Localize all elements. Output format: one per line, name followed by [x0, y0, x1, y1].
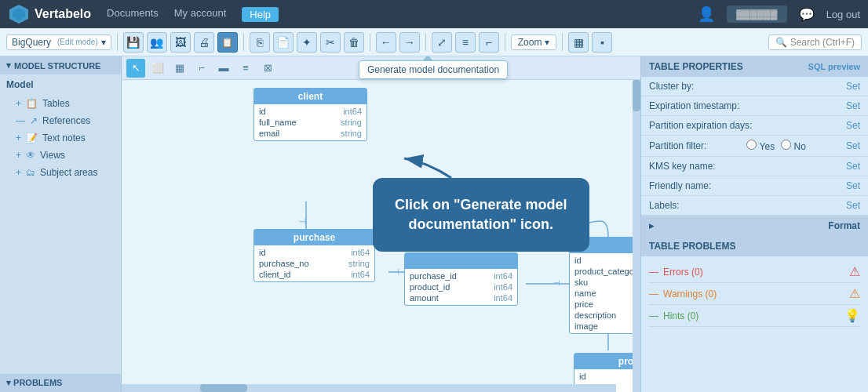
- delete-button[interactable]: 🗑: [344, 32, 364, 53]
- main-toolbar: BigQuery (Edit mode) ▾ 💾 👥 🖼 🖨 📋 ⎘ 📄 ✦ ✂…: [0, 28, 868, 56]
- svg-text:⊣: ⊣: [298, 216, 306, 227]
- friendly-name-label: Friendly name:: [649, 180, 711, 191]
- hints-text: Hints (0): [663, 310, 698, 321]
- canvas-area[interactable]: ↖ ⬜ ▦ ⌐ ▬ ≡ ⊠ ⊣ ⊣ ⊣ clie: [122, 56, 640, 392]
- paste-button[interactable]: 📄: [273, 32, 294, 53]
- partition-expiration-row: Partition expiration days: Set: [641, 116, 868, 136]
- right-sidebar: TABLE PROPERTIES SQL preview Cluster by:…: [640, 56, 868, 392]
- purchase-item-table-header: [405, 253, 517, 269]
- views-label: Views: [40, 150, 65, 161]
- zoom-chevron[interactable]: ▾: [545, 37, 549, 48]
- kms-label: KMS key name:: [649, 161, 716, 172]
- left-sidebar: ▾ MODEL STRUCTURE Model + 📋 Tables — ↗ R…: [0, 56, 122, 392]
- note-tool[interactable]: ≡: [236, 59, 255, 78]
- errors-text: Errors (0): [663, 267, 703, 278]
- generate-doc-button[interactable]: 📋: [217, 32, 238, 53]
- logout-btn[interactable]: Log out: [826, 9, 860, 20]
- sidebar-item-textnotes[interactable]: + 📝 Text notes: [0, 129, 121, 147]
- notifications-icon[interactable]: 💬: [799, 7, 815, 22]
- redo-button[interactable]: →: [399, 32, 420, 53]
- table-row: idint64: [574, 371, 640, 382]
- print-button[interactable]: 🖨: [194, 32, 214, 53]
- logo[interactable]: Vertabelo: [8, 3, 91, 25]
- users-button[interactable]: 👥: [147, 32, 167, 53]
- client-table-body: idint64 full_namestring emailstring: [254, 104, 367, 140]
- subject-areas-label: Subject areas: [40, 167, 97, 178]
- relation-tool[interactable]: ⌐: [192, 59, 211, 78]
- svg-text:⊣: ⊣: [553, 278, 560, 287]
- corner-button[interactable]: ⌐: [479, 32, 499, 53]
- kms-set[interactable]: Set: [846, 161, 860, 172]
- nav-documents[interactable]: Documents: [107, 7, 159, 22]
- save-button[interactable]: 💾: [123, 32, 144, 53]
- svg-text:⊣: ⊣: [392, 267, 399, 276]
- style-tool[interactable]: ▬: [214, 59, 233, 78]
- undo-button[interactable]: ←: [376, 32, 396, 53]
- search-box[interactable]: 🔍 Search (Ctrl+F): [768, 34, 862, 50]
- table-row: idint64: [254, 106, 367, 117]
- table-row: purchase_idint64: [405, 270, 517, 281]
- image-button[interactable]: 🖼: [170, 32, 191, 53]
- sidebar-item-subject-areas[interactable]: + 🗂 Subject areas: [0, 164, 121, 181]
- bubble-arrow-svg: [396, 154, 459, 182]
- nav-account[interactable]: My account: [174, 7, 226, 22]
- problems-section-header[interactable]: ▾ PROBLEMS: [0, 374, 121, 392]
- sidebar-item-references[interactable]: — ↗ References: [0, 112, 121, 129]
- labels-set[interactable]: Set: [846, 200, 860, 211]
- cross-tool[interactable]: ⊠: [258, 59, 277, 78]
- horizontal-scrollbar[interactable]: [122, 384, 616, 392]
- cut-button[interactable]: ✂: [320, 32, 341, 53]
- table-row: product_category_idint64: [570, 266, 640, 277]
- view1-button[interactable]: ▦: [568, 32, 589, 53]
- table-problems-header: TABLE PROBLEMS: [641, 236, 868, 256]
- nav-help[interactable]: Help: [242, 7, 279, 22]
- zoom-control: Zoom ▾: [511, 34, 557, 50]
- tables-icon: 📋: [26, 98, 38, 109]
- select-tool[interactable]: ↖: [126, 59, 145, 78]
- project-selector[interactable]: BigQuery (Edit mode) ▾: [6, 34, 111, 50]
- select-area-tool[interactable]: ⬜: [148, 59, 167, 78]
- purchase-item-table[interactable]: purchase_idint64 product_idint64 amounti…: [404, 252, 518, 306]
- subject-areas-icon: 🗂: [26, 167, 35, 178]
- table-row: imagebytes: [570, 321, 640, 332]
- client-table[interactable]: client idint64 full_namestring emailstri…: [253, 88, 367, 141]
- collapse-icon: ▾: [6, 60, 11, 71]
- format-button[interactable]: ✦: [297, 32, 317, 53]
- toolbar-divider-5: [505, 34, 505, 51]
- partition-expiration-set[interactable]: Set: [846, 120, 860, 131]
- view2-button[interactable]: ▪: [592, 32, 612, 53]
- logo-text: Vertabelo: [35, 7, 91, 21]
- labels-label: Labels:: [649, 200, 680, 211]
- partition-yes-radio[interactable]: [746, 140, 757, 150]
- table-tool[interactable]: ▦: [170, 59, 189, 78]
- table-row: emailstring: [254, 128, 367, 139]
- sidebar-item-views[interactable]: + 👁 Views: [0, 147, 121, 164]
- sidebar-item-tables[interactable]: + 📋 Tables: [0, 95, 121, 112]
- partition-no-radio[interactable]: [781, 140, 791, 150]
- expiration-set[interactable]: Set: [846, 100, 860, 111]
- user-icon[interactable]: 👤: [698, 5, 715, 23]
- product-table-body: idint64 product_category_idint64 skustri…: [570, 253, 640, 333]
- purchase-item-table-body: purchase_idint64 product_idint64 amounti…: [405, 269, 517, 305]
- hints-row: — Hints (0) 💡: [649, 305, 860, 327]
- model-structure-header[interactable]: ▾ MODEL STRUCTURE: [0, 56, 121, 74]
- instruction-line1: Click on "Generate model: [395, 197, 567, 212]
- scroll-thumb[interactable]: [633, 80, 640, 111]
- format-header[interactable]: ▸ Format: [641, 216, 868, 236]
- friendly-name-set[interactable]: Set: [846, 180, 860, 191]
- resize-button[interactable]: ⤢: [432, 32, 452, 53]
- ref-expand-icon: —: [16, 115, 25, 126]
- search-icon: 🔍: [775, 37, 787, 48]
- purchase-table[interactable]: purchase idint64 purchase_nostring clien…: [253, 229, 375, 282]
- kms-row: KMS key name: Set: [641, 157, 868, 176]
- cluster-by-set[interactable]: Set: [846, 81, 860, 92]
- user-account-btn[interactable]: ▓▓▓▓▓▓: [727, 5, 787, 23]
- sql-preview-button[interactable]: SQL preview: [808, 62, 860, 71]
- vertical-scrollbar[interactable]: [633, 80, 640, 392]
- align-button[interactable]: ≡: [455, 32, 476, 53]
- labels-row: Labels: Set: [641, 196, 868, 216]
- expiration-row: Expiration timestamp: Set: [641, 96, 868, 116]
- copy-button[interactable]: ⎘: [250, 32, 270, 53]
- partition-filter-set[interactable]: Set: [846, 140, 860, 151]
- h-scroll-thumb[interactable]: [200, 384, 247, 392]
